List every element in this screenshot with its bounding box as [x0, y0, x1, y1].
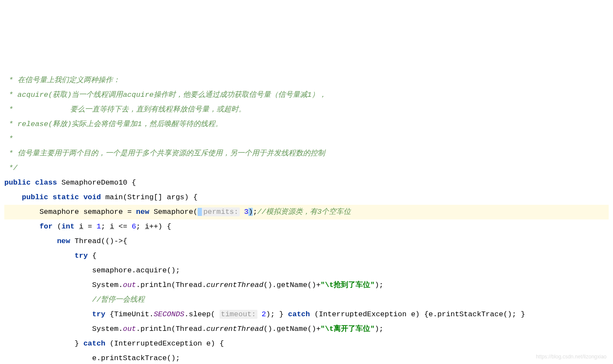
watermark: https://blog.csdn.net/lizongxiao: [536, 352, 607, 362]
code-line: //暂停一会线程: [4, 296, 145, 304]
code-line: System.out.println(Thread.currentThread(…: [4, 281, 384, 289]
comment-line: * release(释放)实际上会将信号量加1，然后唤醒等待的线程。: [4, 120, 223, 128]
code-line: public static void main(String[] args) {: [4, 193, 198, 201]
code-line: new Thread(()->{: [4, 237, 127, 245]
cursor-position: ): [248, 208, 253, 216]
code-line: public class SemaphoreDemo10 {: [4, 179, 136, 187]
code-line: try {TimeUnit.SECONDS.sleep( timeout: 2)…: [4, 310, 525, 319]
code-editor[interactable]: * 在信号量上我们定义两种操作： * acquire(获取)当一个线程调用acq…: [0, 59, 613, 364]
comment-line: * 要么一直等待下去，直到有线程释放信号量，或超时。: [4, 105, 246, 114]
comment-line: * 在信号量上我们定义两种操作：: [4, 76, 120, 84]
code-line: System.out.println(Thread.currentThread(…: [4, 325, 384, 333]
code-line: try {: [4, 252, 96, 260]
code-line: semaphore.acquire();: [4, 266, 180, 275]
comment-line: * acquire(获取)当一个线程调用acquire操作时，他要么通过成功获取…: [4, 91, 326, 99]
param-hint: permits:: [202, 207, 240, 216]
highlighted-line[interactable]: Semaphore semaphore = new Semaphore( per…: [4, 205, 609, 219]
comment-line: *: [4, 135, 13, 143]
code-line: } catch (InterruptedException e) {: [4, 339, 224, 348]
cursor-selection: [198, 208, 202, 216]
code-line: for (int i = 1; i <= 6; i++) {: [4, 222, 171, 231]
comment-end: */: [4, 164, 18, 172]
param-hint: timeout:: [220, 310, 257, 319]
comment-line: * 信号量主要用于两个目的，一个是用于多个共享资源的互斥使用，另一个用于并发线程…: [4, 149, 325, 157]
code-line: e.printStackTrace();: [4, 354, 180, 362]
